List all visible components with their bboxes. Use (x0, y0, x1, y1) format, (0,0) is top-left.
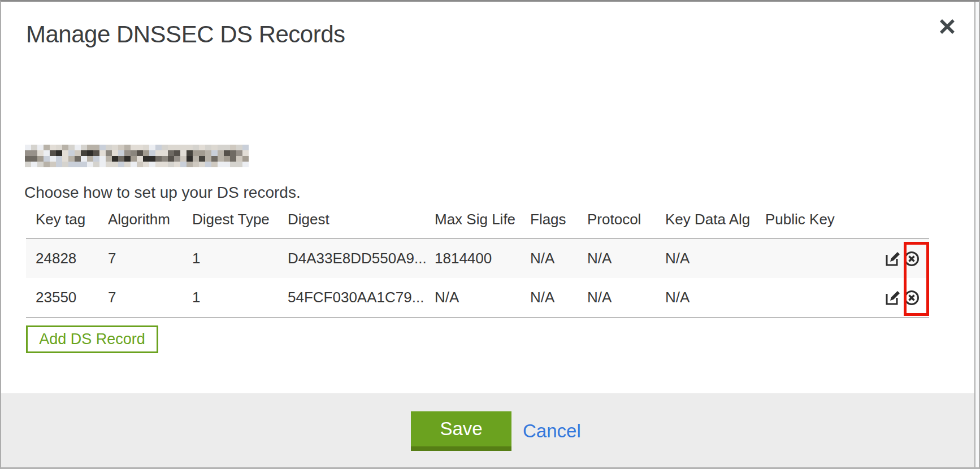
setup-instruction-text: Choose how to set up your DS records. (24, 184, 301, 202)
delete-record-icon[interactable] (904, 251, 920, 267)
cell-flags: N/A (530, 289, 587, 306)
table-header-row: Key tag Algorithm Digest Type Digest Max… (26, 207, 929, 239)
cell-algorithm: 7 (108, 289, 192, 306)
save-button[interactable]: Save (411, 411, 511, 451)
cell-digest: 54FCF030AA1C79... (288, 289, 435, 306)
cell-digest: D4A33E8DD550A9... (288, 250, 435, 267)
edit-record-icon[interactable] (885, 251, 901, 267)
cell-flags: N/A (530, 250, 587, 267)
row-actions (885, 290, 929, 306)
delete-record-icon[interactable] (904, 290, 920, 306)
redacted-domain-name (25, 145, 249, 167)
col-header-digest-type: Digest Type (192, 211, 288, 228)
add-ds-record-button[interactable]: Add DS Record (26, 325, 158, 353)
table-row: 24828 7 1 D4A33E8DD550A9... 1814400 N/A … (26, 239, 929, 278)
underlying-page-edge (974, 2, 979, 467)
col-header-algorithm: Algorithm (108, 211, 192, 228)
cell-protocol: N/A (587, 289, 665, 306)
table-row: 23550 7 1 54FCF030AA1C79... N/A N/A N/A … (26, 278, 929, 317)
manage-dnssec-dialog: Manage DNSSEC DS Records Choose how to s… (0, 0, 980, 469)
cancel-link[interactable]: Cancel (523, 420, 581, 442)
col-header-max-sig-life: Max Sig Life (435, 211, 530, 228)
cell-algorithm: 7 (108, 250, 192, 267)
close-icon[interactable] (937, 16, 957, 37)
cell-max-sig-life: 1814400 (435, 250, 530, 267)
ds-records-table: Key tag Algorithm Digest Type Digest Max… (26, 207, 929, 318)
col-header-digest: Digest (288, 211, 435, 228)
dialog-footer: Save Cancel (1, 393, 979, 468)
cell-max-sig-life: N/A (435, 289, 530, 306)
col-header-flags: Flags (530, 211, 587, 228)
col-header-key-data-alg: Key Data Alg (665, 211, 765, 228)
edit-record-icon[interactable] (885, 290, 901, 306)
dialog-title: Manage DNSSEC DS Records (26, 21, 345, 48)
col-header-protocol: Protocol (587, 211, 665, 228)
cell-digest-type: 1 (192, 289, 288, 306)
col-header-public-key: Public Key (765, 211, 885, 228)
cell-digest-type: 1 (192, 250, 288, 267)
row-actions (885, 251, 929, 267)
cell-key-tag: 24828 (36, 250, 108, 267)
cell-key-tag: 23550 (36, 289, 108, 306)
col-header-key-tag: Key tag (36, 211, 108, 228)
cell-key-data-alg: N/A (665, 289, 765, 306)
cell-key-data-alg: N/A (665, 250, 765, 267)
cell-protocol: N/A (587, 250, 665, 267)
